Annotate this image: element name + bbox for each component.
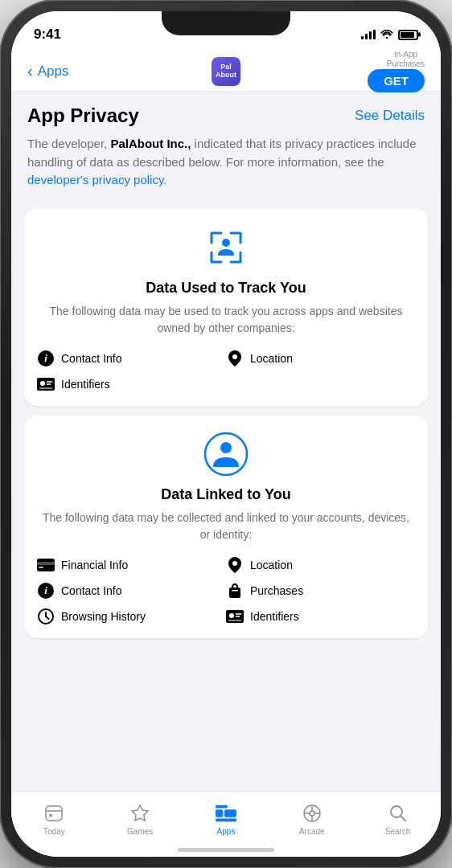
linked-item-purchases: Purchases bbox=[226, 582, 415, 600]
track-card-title: Data Used to Track You bbox=[37, 280, 415, 297]
tab-today-label: Today bbox=[43, 827, 65, 836]
svg-point-2 bbox=[232, 354, 237, 359]
location-icon bbox=[228, 350, 242, 366]
track-items-grid: i Contact Info Location bbox=[37, 350, 415, 393]
svg-rect-29 bbox=[224, 809, 236, 817]
tab-arcade[interactable]: Arcade bbox=[269, 792, 355, 841]
linked-card-title: Data Linked to You bbox=[37, 486, 415, 503]
app-icon-nav: PalAbout bbox=[212, 57, 240, 86]
svg-rect-31 bbox=[216, 819, 236, 822]
track-card: Data Used to Track You The following dat… bbox=[24, 209, 428, 406]
linked-item-financial: Financial Info bbox=[37, 556, 226, 574]
track-item-location: Location bbox=[226, 350, 415, 367]
track-you-icon bbox=[203, 225, 249, 270]
privacy-header: App Privacy See Details The developer, P… bbox=[11, 92, 441, 199]
arcade-icon bbox=[302, 803, 323, 824]
info-circle-icon: i bbox=[38, 350, 54, 366]
svg-point-8 bbox=[205, 433, 247, 475]
linked-item-contact: i Contact Info bbox=[37, 582, 226, 600]
linked-item-browsing: Browsing History bbox=[37, 608, 226, 625]
svg-line-19 bbox=[46, 616, 49, 619]
battery-icon bbox=[398, 30, 418, 40]
linked-contact-label: Contact Info bbox=[61, 584, 122, 597]
tab-games-label: Games bbox=[127, 827, 153, 836]
tab-search-label: Search bbox=[385, 827, 411, 836]
id-icon-2 bbox=[226, 610, 244, 623]
nav-right-area: In-App Purchases GET bbox=[368, 50, 425, 92]
svg-rect-20 bbox=[226, 610, 244, 623]
back-label: Apps bbox=[38, 63, 69, 80]
track-identifiers-label: Identifiers bbox=[61, 378, 110, 391]
tab-arcade-label: Arcade bbox=[299, 827, 325, 836]
privacy-policy-link[interactable]: developer's privacy policy bbox=[27, 173, 163, 186]
wifi-icon bbox=[380, 30, 393, 39]
privacy-title-row: App Privacy See Details bbox=[27, 104, 425, 127]
phone-frame: 9:41 ‹ Apps bbox=[0, 0, 452, 868]
info-circle-icon-2: i bbox=[38, 583, 54, 599]
phone-screen: 9:41 ‹ Apps bbox=[11, 11, 441, 857]
tab-games[interactable]: Games bbox=[97, 792, 183, 841]
svg-point-21 bbox=[229, 613, 234, 618]
id-icon bbox=[37, 378, 55, 391]
status-icons bbox=[361, 30, 418, 40]
developer-name: PalAbout Inc., bbox=[110, 137, 191, 150]
back-button[interactable]: ‹ Apps bbox=[27, 62, 68, 80]
linked-location-label: Location bbox=[250, 559, 293, 571]
linked-purchases-label: Purchases bbox=[250, 584, 303, 597]
track-contact-label: Contact Info bbox=[61, 352, 122, 365]
navigation-bar: ‹ Apps PalAbout In-App Purchases GET bbox=[11, 51, 441, 92]
purchases-label: Purchases bbox=[387, 59, 425, 69]
tab-apps-label: Apps bbox=[217, 827, 236, 836]
signal-icon bbox=[361, 30, 376, 39]
svg-rect-15 bbox=[229, 588, 240, 598]
svg-line-39 bbox=[401, 816, 405, 821]
linked-items-grid: Financial Info Location bbox=[37, 556, 415, 625]
apps-icon bbox=[216, 803, 236, 824]
location-icon-2 bbox=[228, 557, 242, 573]
svg-rect-28 bbox=[216, 809, 223, 817]
track-location-label: Location bbox=[250, 352, 293, 365]
svg-point-10 bbox=[206, 434, 246, 474]
svg-point-4 bbox=[40, 381, 45, 386]
svg-rect-25 bbox=[46, 806, 62, 821]
notch bbox=[162, 11, 290, 35]
back-chevron-icon: ‹ bbox=[27, 62, 33, 80]
svg-rect-30 bbox=[216, 805, 228, 809]
tab-today[interactable]: Today bbox=[11, 792, 97, 841]
track-card-desc: The following data may be used to track … bbox=[37, 303, 415, 337]
linked-item-location: Location bbox=[226, 556, 415, 574]
svg-point-14 bbox=[232, 561, 237, 566]
tab-search[interactable]: Search bbox=[355, 792, 441, 841]
linked-identifiers-label: Identifiers bbox=[250, 610, 299, 623]
linked-financial-label: Financial Info bbox=[61, 559, 128, 571]
track-item-contact: i Contact Info bbox=[37, 350, 226, 367]
linked-card-desc: The following data may be collected and … bbox=[37, 510, 415, 543]
bag-icon bbox=[228, 583, 242, 599]
see-details-link[interactable]: See Details bbox=[355, 108, 425, 124]
search-icon bbox=[388, 803, 409, 824]
games-icon bbox=[129, 803, 150, 824]
svg-point-33 bbox=[310, 811, 314, 816]
svg-rect-27 bbox=[49, 814, 52, 817]
svg-rect-12 bbox=[37, 562, 55, 565]
today-icon bbox=[43, 803, 64, 824]
linked-item-identifiers: Identifiers bbox=[226, 608, 415, 625]
tab-apps[interactable]: Apps bbox=[183, 792, 269, 841]
privacy-title: App Privacy bbox=[27, 104, 139, 127]
scroll-content[interactable]: App Privacy See Details The developer, P… bbox=[11, 92, 441, 791]
clock-icon bbox=[38, 608, 54, 624]
svg-point-1 bbox=[222, 239, 230, 247]
tab-bar: Today Games bbox=[11, 791, 441, 857]
track-icon-container bbox=[37, 225, 415, 270]
track-item-identifiers: Identifiers bbox=[37, 375, 226, 393]
linked-browsing-label: Browsing History bbox=[61, 610, 146, 623]
get-button[interactable]: GET bbox=[368, 69, 425, 92]
app-icon-image: PalAbout bbox=[212, 57, 240, 86]
svg-rect-16 bbox=[232, 590, 238, 592]
status-time: 9:41 bbox=[34, 27, 61, 43]
linked-card: Data Linked to You The following data ma… bbox=[24, 416, 428, 638]
card-icon bbox=[37, 559, 55, 571]
svg-point-9 bbox=[220, 442, 232, 453]
svg-point-0 bbox=[386, 37, 388, 39]
svg-rect-13 bbox=[39, 567, 43, 568]
